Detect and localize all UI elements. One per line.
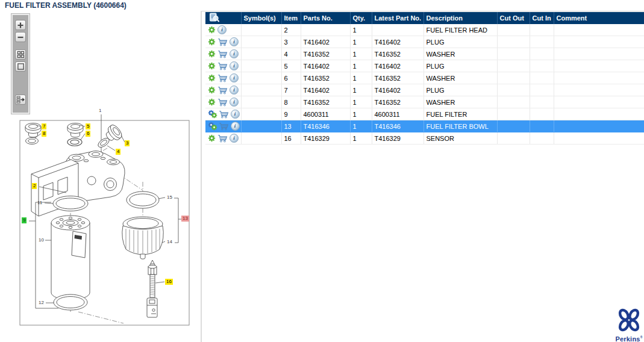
cart-icon[interactable] — [219, 122, 229, 131]
table-row[interactable]: i21FUEL FILTER HEAD — [205, 24, 644, 36]
callout-5[interactable]: 5 — [86, 123, 90, 129]
table-row[interactable]: i9460031114600311FUEL FILTER — [205, 108, 644, 120]
cell-qty: 1 — [350, 24, 372, 36]
cell-symbols — [241, 96, 281, 108]
table-row[interactable]: i8T4163521T416352WASHER — [205, 96, 644, 108]
callout-10[interactable]: 10 — [37, 237, 45, 243]
gear-icon[interactable] — [208, 38, 216, 46]
table-row[interactable]: i5T4164021T416402PLUG — [205, 60, 644, 72]
panel-splitter[interactable] — [201, 11, 202, 342]
filter-element-part-10[interactable] — [51, 216, 90, 300]
zoom-out-button[interactable] — [15, 32, 26, 42]
callout-15[interactable]: 15 — [166, 194, 174, 201]
cell-comment — [554, 72, 644, 84]
oring-part-15[interactable] — [127, 191, 159, 208]
callout-13[interactable]: 13 — [181, 216, 189, 222]
cart-icon[interactable] — [217, 50, 228, 58]
page-title: FUEL FILTER ASSEMBLY (4600664) — [5, 1, 127, 10]
callout-7[interactable]: 7 — [42, 123, 46, 129]
document-search-icon — [209, 13, 220, 22]
cell-qty: 1 — [350, 48, 372, 60]
cell-latest_part_no: T416329 — [372, 132, 424, 145]
zoom-in-button[interactable] — [15, 20, 26, 30]
cell-description: PLUG — [424, 84, 497, 96]
column-header[interactable]: Description — [424, 12, 497, 24]
cart-icon[interactable] — [217, 86, 228, 95]
table-row[interactable]: i3T4164021T416402PLUG — [205, 36, 644, 48]
cell-item: 5 — [281, 60, 301, 72]
table-row[interactable]: i13T4163461T416346FUEL FILTER BOWL — [205, 120, 644, 132]
callout-6[interactable]: 6 — [86, 131, 90, 137]
cell-comment — [554, 108, 644, 120]
callout-1[interactable]: 1 — [98, 108, 102, 114]
column-header[interactable]: Qty. — [350, 12, 372, 24]
cell-item: 16 — [281, 132, 301, 145]
info-icon[interactable]: i — [230, 37, 239, 46]
gear-icon[interactable] — [208, 86, 216, 94]
column-header[interactable]: Parts No. — [301, 12, 350, 24]
column-header[interactable]: Comment — [554, 12, 644, 24]
info-icon[interactable]: i — [230, 86, 239, 95]
info-icon[interactable]: i — [217, 25, 227, 34]
info-icon[interactable]: i — [230, 49, 239, 58]
gear-icon[interactable] — [208, 50, 216, 58]
cell-item: 13 — [281, 120, 301, 132]
info-icon[interactable]: i — [231, 122, 240, 131]
cell-comment — [554, 120, 644, 132]
cell-qty: 1 — [350, 72, 372, 84]
callout-16[interactable]: 16 — [165, 279, 173, 285]
cell-cut_in — [530, 36, 554, 48]
gear-icon[interactable] — [208, 98, 216, 106]
table-row[interactable]: i6T4163521T416352WASHER — [205, 72, 644, 84]
callout-2[interactable]: 2 — [32, 183, 37, 189]
cart-icon[interactable] — [219, 110, 229, 119]
tile-view-button[interactable] — [15, 49, 26, 60]
gear-icon[interactable] — [208, 134, 216, 142]
cart-icon[interactable] — [217, 62, 228, 70]
callout-14[interactable]: 14 — [166, 239, 174, 245]
cart-icon[interactable] — [217, 134, 228, 143]
cell-cut_out — [497, 108, 530, 120]
info-icon[interactable]: i — [230, 61, 239, 70]
table-row[interactable]: i4T4163521T416352WASHER — [205, 48, 644, 60]
gear-double-icon[interactable] — [208, 110, 217, 119]
gear-double-icon[interactable] — [208, 122, 217, 131]
callout-9[interactable]: 9 — [22, 217, 27, 223]
table-row[interactable]: i16T4163291T416329SENSOR — [205, 132, 644, 145]
info-icon[interactable]: i — [230, 134, 239, 143]
toggle-panel-button[interactable] — [15, 95, 26, 105]
callout-4[interactable]: 4 — [116, 149, 120, 155]
info-icon[interactable]: i — [231, 110, 240, 119]
callout-8[interactable]: 8 — [42, 131, 46, 137]
column-header[interactable]: Cut In — [530, 12, 554, 24]
single-view-button[interactable] — [15, 61, 26, 72]
callout-3[interactable]: 3 — [125, 140, 130, 146]
washer-part-8[interactable] — [26, 138, 39, 145]
gear-icon[interactable] — [208, 74, 216, 82]
oring-part-12[interactable] — [54, 294, 87, 310]
column-header-actions[interactable] — [205, 12, 241, 24]
column-header[interactable]: Cut Out — [497, 12, 530, 24]
cart-icon[interactable] — [217, 74, 228, 82]
gear-icon[interactable] — [208, 62, 216, 70]
cart-icon[interactable] — [217, 38, 228, 46]
info-icon[interactable]: i — [230, 98, 239, 107]
oring-part-11[interactable] — [53, 196, 88, 211]
cell-cut_out — [497, 84, 530, 96]
washer-part-6[interactable] — [67, 138, 82, 146]
title-bar: FUEL FILTER ASSEMBLY (4600664) — [0, 0, 644, 11]
column-header[interactable]: Item — [281, 12, 301, 24]
column-header[interactable]: Latest Part No. — [372, 12, 424, 24]
cell-symbols — [241, 36, 281, 48]
cart-icon[interactable] — [217, 98, 228, 107]
callout-12[interactable]: 12 — [37, 300, 45, 306]
cell-description: FUEL FILTER — [424, 108, 497, 120]
gear-icon[interactable] — [208, 26, 216, 34]
table-row[interactable]: i7T4164021T416402PLUG — [205, 84, 644, 96]
callout-11[interactable]: 11 — [36, 200, 43, 206]
cell-parts_no: T416329 — [301, 132, 350, 145]
cell-parts_no: T416352 — [301, 72, 350, 84]
info-icon[interactable]: i — [230, 73, 239, 82]
column-header[interactable]: Symbol(s) — [241, 12, 281, 24]
cell-comment — [554, 96, 644, 108]
